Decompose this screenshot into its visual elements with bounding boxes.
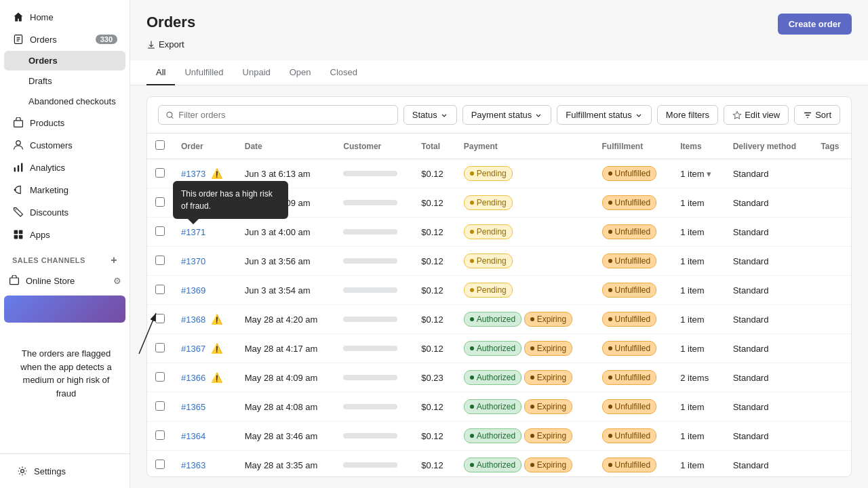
items-dropdown-icon[interactable]: ▾ — [707, 169, 711, 179]
customer-bar — [343, 404, 397, 409]
more-filters-button[interactable]: More filters — [657, 105, 718, 125]
payment-badge: Pending — [464, 224, 513, 239]
add-sales-channel-button[interactable]: + — [111, 254, 117, 266]
search-icon — [165, 110, 174, 120]
sidebar-item-apps[interactable]: Apps — [4, 224, 125, 245]
sidebar-item-settings[interactable]: Settings — [8, 460, 121, 482]
customers-icon — [12, 139, 24, 151]
row-checkbox[interactable] — [155, 460, 165, 469]
tags-cell — [812, 451, 851, 477]
fulfillment-status-filter-button[interactable]: Fulfillment status — [557, 105, 652, 125]
order-link[interactable]: #1366 — [181, 373, 205, 383]
tab-unfulfilled[interactable]: Unfulfilled — [175, 60, 233, 85]
order-link[interactable]: #1373 — [181, 169, 205, 179]
payment-cell: Pending — [456, 247, 594, 276]
tab-unpaid[interactable]: Unpaid — [233, 60, 280, 85]
delivery-cell: Standard — [725, 276, 813, 305]
row-checkbox[interactable] — [155, 372, 165, 382]
row-checkbox[interactable] — [155, 343, 165, 352]
customer-column-header: Customer — [335, 134, 413, 159]
row-checkbox[interactable] — [155, 285, 165, 294]
fulfillment-cell: Unfulfilled — [594, 451, 673, 477]
payment-cell: Authorized Expiring — [456, 334, 594, 363]
fulfillment-cell: Unfulfilled — [594, 159, 673, 188]
row-checkbox[interactable] — [155, 168, 165, 178]
sidebar-item-abandoned[interactable]: Abandoned checkouts — [4, 92, 125, 111]
order-link[interactable]: #1367 — [181, 344, 205, 354]
tab-open[interactable]: Open — [280, 60, 321, 85]
sidebar-item-home[interactable]: Home — [4, 6, 125, 28]
customer-bar — [343, 287, 397, 293]
sort-button[interactable]: Sort — [794, 105, 840, 125]
sidebar-item-products[interactable]: Products — [4, 112, 125, 134]
status-filter-button[interactable]: Status — [403, 105, 457, 125]
svg-rect-11 — [14, 230, 18, 235]
customer-cell — [335, 334, 413, 363]
delivery-cell: Standard — [725, 451, 813, 477]
order-link[interactable]: #1371 — [181, 227, 205, 237]
search-wrapper[interactable] — [158, 105, 398, 125]
select-all-header[interactable] — [147, 134, 173, 159]
total-cell: $0.12 — [413, 392, 456, 422]
online-store-settings-icon[interactable]: ⚙ — [113, 276, 121, 286]
customer-bar — [343, 258, 397, 264]
payment-extra-badge: Expiring — [524, 458, 572, 472]
customer-cell — [335, 305, 413, 334]
payment-extra-badge: Expiring — [524, 399, 572, 414]
payment-badge: Authorized — [464, 458, 521, 472]
row-checkbox[interactable] — [155, 401, 165, 411]
sidebar-item-online-store[interactable]: Online Store ⚙ — [0, 270, 130, 291]
sidebar-item-discounts[interactable]: Discounts — [4, 201, 125, 223]
delivery-cell: Standard — [725, 305, 813, 334]
order-link[interactable]: #1365 — [181, 402, 205, 412]
total-cell: $0.23 — [413, 363, 456, 392]
order-link[interactable]: #1369 — [181, 285, 205, 296]
orders-icon — [12, 33, 24, 45]
total-cell: $0.12 — [413, 188, 456, 218]
fraud-tooltip: This order has a high risk of fraud. — [173, 181, 288, 219]
edit-view-button[interactable]: Edit view — [724, 105, 789, 125]
order-cell: #1365 — [173, 392, 237, 422]
sidebar-item-drafts[interactable]: Drafts — [4, 71, 125, 91]
orders-table: Order Date Customer Total Payment Fulfil… — [147, 134, 851, 476]
tags-cell — [812, 188, 851, 218]
svg-rect-12 — [19, 230, 23, 235]
sidebar-item-marketing[interactable]: Marketing — [4, 179, 125, 201]
row-checkbox[interactable] — [155, 430, 165, 440]
order-link[interactable]: #1370 — [181, 256, 205, 266]
row-checkbox[interactable] — [155, 314, 165, 323]
tab-closed[interactable]: Closed — [321, 60, 367, 85]
tags-cell — [812, 276, 851, 305]
create-order-button[interactable]: Create order — [778, 14, 852, 35]
sidebar-item-orders-sub[interactable]: Orders — [4, 51, 125, 70]
payment-status-filter-button[interactable]: Payment status — [462, 105, 552, 125]
row-checkbox[interactable] — [155, 256, 165, 265]
tab-all[interactable]: All — [146, 60, 175, 85]
order-cell: #1373 ⚠️ This order has a high risk of f… — [173, 159, 237, 188]
row-checkbox[interactable] — [155, 226, 165, 236]
search-input[interactable] — [178, 110, 391, 120]
sidebar-item-customers[interactable]: Customers — [4, 134, 125, 156]
date-cell: May 28 at 4:20 am — [237, 305, 336, 334]
sidebar-item-orders[interactable]: Orders 330 — [4, 28, 125, 50]
order-link[interactable]: #1364 — [181, 431, 205, 441]
fulfillment-cell: Unfulfilled — [594, 422, 673, 451]
orders-badge: 330 — [96, 35, 117, 44]
tags-cell — [812, 305, 851, 334]
order-link[interactable]: #1363 — [181, 460, 205, 470]
sidebar-item-analytics[interactable]: Analytics — [4, 157, 125, 178]
order-link[interactable]: #1368 — [181, 314, 205, 325]
online-store-label: Online Store — [26, 276, 75, 286]
table-row: #1365May 28 at 4:08 am$0.12Authorized Ex… — [147, 392, 851, 422]
fulfillment-badge: Unfulfilled — [602, 428, 657, 443]
svg-point-10 — [16, 209, 17, 211]
payment-extra-badge: Expiring — [524, 370, 572, 385]
fulfillment-badge: Unfulfilled — [602, 195, 657, 210]
export-button[interactable]: Export — [146, 37, 184, 52]
row-checkbox[interactable] — [155, 197, 165, 207]
products-icon — [12, 117, 24, 129]
select-all-checkbox[interactable] — [155, 140, 165, 150]
fulfillment-badge: Unfulfilled — [602, 283, 657, 298]
payment-badge: Authorized — [464, 312, 521, 327]
order-cell: #1364 — [173, 422, 237, 451]
